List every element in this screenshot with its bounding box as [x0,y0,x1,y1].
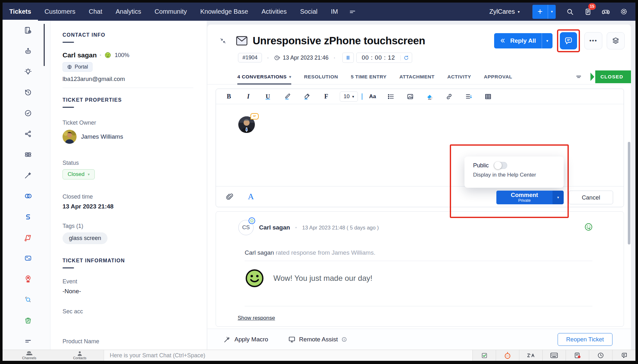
link-button[interactable] [440,93,459,100]
font-color-button[interactable] [278,93,297,100]
crm-icon[interactable] [22,190,34,202]
contacts-dock[interactable]: Contacts [56,350,104,361]
integrations-atom-icon[interactable] [22,149,34,160]
rail-scrollbar-thumb[interactable] [44,24,45,66]
settings-button[interactable] [616,5,632,19]
reply-all-main[interactable]: Reply All [494,33,542,48]
tab-approval[interactable]: APPROVAL [484,69,512,84]
collapse-icon[interactable] [219,37,226,44]
feedback-button[interactable] [612,350,635,361]
contact-avatar[interactable]: CS [238,220,254,235]
tab-attachment[interactable]: ATTACHMENT [399,69,434,84]
conversation-author[interactable]: Carl sagan [259,224,290,231]
smart-chat-input[interactable]: Here is your Smart Chat (Ctrl+Space) [104,350,472,361]
nav-item-tickets[interactable]: Tickets [3,3,38,21]
magic-wand-icon[interactable] [22,170,34,181]
plus-caret-icon[interactable]: ▾ [548,5,556,19]
tab-resolution[interactable]: RESOLUTION [304,69,338,84]
status-dropdown[interactable]: Closed ▾ [63,169,95,179]
contact-email[interactable]: lba123arun@gmail.com [63,76,125,83]
nav-item-community[interactable]: Community [148,3,194,21]
ticket-owner-name[interactable]: James Williams [81,133,123,140]
recent-activity-button[interactable] [589,350,612,361]
nav-item-customers[interactable]: Customers [38,3,82,21]
tasks-check-icon[interactable] [22,107,34,119]
clock-icon [597,352,604,359]
eraser-button[interactable] [420,93,440,100]
keyboard-shortcuts-button[interactable] [542,350,566,361]
suggestions-bulb-icon[interactable] [22,66,34,77]
contact-name[interactable]: Carl sagan [63,51,97,59]
workspace-selector[interactable]: ZylCares ▾ [489,8,520,15]
comment-button[interactable] [560,32,577,49]
ticket-id-badge[interactable]: #1904 [238,53,262,62]
share-icon[interactable] [22,128,34,140]
books-icon[interactable] [22,232,34,243]
zia-script-button[interactable] [519,350,542,361]
cancel-button[interactable]: Cancel [569,191,613,204]
card-apps-icon[interactable] [22,252,34,264]
bold-button[interactable]: B [219,93,239,100]
nav-item-knowledge-base[interactable]: Knowledge Base [194,3,255,21]
timer-refresh-button[interactable] [400,55,412,61]
reopen-ticket-button[interactable]: Reopen Ticket [558,333,612,346]
tab-time-entry[interactable]: 5 TIME ENTRY [351,69,387,84]
italic-button[interactable]: I [239,93,258,100]
list-button[interactable] [381,93,401,100]
apply-macro-button[interactable]: Apply Macro [223,336,268,343]
text-mode-button[interactable]: A [248,192,254,201]
more-lines-icon[interactable] [22,335,34,347]
comment-editor: B I U F 10 ▾ Aa [216,89,624,207]
tab-conversations[interactable]: 4 CONVERSATIONS▾ [237,69,291,84]
underline-button[interactable]: U [258,93,278,100]
owner-avatar[interactable] [63,130,77,144]
reply-all-caret-icon[interactable]: ▾ [542,33,553,48]
zia-bot-button[interactable] [496,350,519,361]
notifications-button[interactable]: 15 [580,5,596,19]
highlight-button[interactable] [297,93,316,100]
channel-badge[interactable]: Portal [63,62,93,72]
bot-icon[interactable] [22,45,34,57]
games-button[interactable] [598,5,614,19]
attach-file-button[interactable] [226,193,234,201]
nav-item-social[interactable]: Social [293,3,324,21]
nav-item-im[interactable]: IM [324,3,345,21]
tab-activity[interactable]: ACTIVITY [447,69,471,84]
insert-table-button[interactable] [478,93,498,100]
timer-pause-button[interactable] [342,53,354,63]
history-icon[interactable] [22,87,34,98]
plus-icon[interactable]: + [532,5,548,19]
info-icon[interactable] [341,337,347,342]
location-pin-icon[interactable] [22,273,34,285]
approval-stamp-icon[interactable] [22,315,34,326]
text-format-button[interactable]: Aa [362,93,381,100]
search-inspect-icon[interactable] [22,294,34,305]
tag-chip[interactable]: glass screen [63,232,108,244]
public-toggle[interactable] [494,162,507,169]
salesiq-icon[interactable] [22,211,34,222]
ticket-properties-underline [63,107,74,108]
nav-more-menu-icon[interactable] [349,8,356,15]
tab-filter-icon[interactable] [575,73,582,80]
tasks-tray-button[interactable] [472,350,496,361]
comment-submit-main[interactable]: Comment Private [496,191,553,204]
channels-dock[interactable]: Channels [3,350,56,361]
ticket-settings-icon[interactable] [22,25,34,36]
happiness-wink-icon[interactable] [584,222,593,231]
notification-count-badge: 15 [588,3,596,10]
insert-image-button[interactable] [401,93,420,100]
comment-caret-icon[interactable]: ▾ [553,191,564,204]
nav-item-chat[interactable]: Chat [82,3,109,21]
main-scrollbar-thumb[interactable] [628,142,630,244]
more-actions-button[interactable]: ••• [584,32,602,49]
remote-assist-button[interactable]: Remote Assist [288,336,347,343]
font-size-select[interactable]: 10 ▾ [340,91,358,102]
nav-item-activities[interactable]: Activities [255,3,293,21]
split-view-button[interactable] [607,32,625,49]
indent-button[interactable] [459,93,478,100]
nav-item-analytics[interactable]: Analytics [109,3,148,21]
search-button[interactable] [562,5,578,19]
font-button[interactable]: F [316,93,336,100]
notes-button[interactable] [566,350,589,361]
show-response-link[interactable]: Show response [238,315,275,321]
